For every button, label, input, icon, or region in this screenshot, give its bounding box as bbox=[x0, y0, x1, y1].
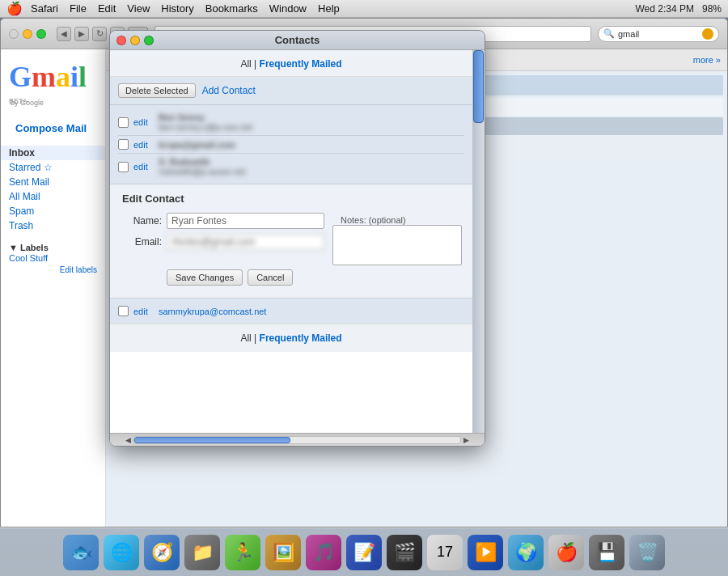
menu-file[interactable]: File bbox=[70, 2, 87, 15]
sidebar-item-inbox[interactable]: Inbox bbox=[1, 146, 105, 160]
dock-photos[interactable]: 🖼️ bbox=[265, 535, 301, 570]
cancel-button[interactable]: Cancel bbox=[248, 269, 293, 286]
dock-word[interactable]: 📝 bbox=[346, 535, 382, 570]
edit-contact-section: Edit Contact Name: Email: bbox=[110, 184, 472, 299]
dock-itunes[interactable]: 🎵 bbox=[306, 535, 341, 570]
menubar-items: Safari File Edit View History Bookmarks … bbox=[31, 2, 340, 15]
contact-edit-link-2[interactable]: edit bbox=[133, 140, 154, 150]
horizontal-scrollbar[interactable]: ◀ ▶ bbox=[110, 433, 485, 446]
apple-menu[interactable]: 🍎 bbox=[6, 1, 23, 16]
vertical-scrollbar[interactable] bbox=[472, 50, 485, 433]
dock-buddy[interactable]: 🏃 bbox=[225, 535, 260, 570]
modal-minimize-btn[interactable] bbox=[130, 36, 140, 45]
contact-name-1: Ben Senny bbox=[159, 112, 252, 122]
dock-finder[interactable]: 🐟 bbox=[63, 535, 99, 570]
hscroll-left-arrow[interactable]: ◀ bbox=[123, 436, 133, 444]
label-cool-stuff[interactable]: Cool Stuff bbox=[9, 252, 97, 264]
dock: 🐟 🌐 🧭 📁 🏃 🖼️ 🎵 📝 🎬 17 ▶️ 🌍 🍎 💾 🗑️ bbox=[0, 527, 728, 576]
edit-notes-group: Notes: (optional) bbox=[332, 213, 462, 265]
menu-edit[interactable]: Edit bbox=[98, 2, 116, 15]
modal-maximize-btn[interactable] bbox=[144, 36, 154, 45]
dock-ie[interactable]: 🌐 bbox=[104, 535, 139, 570]
contacts-modal: Contacts All | Frequently Mailed Delet bbox=[109, 30, 485, 447]
edit-email-row: Email: bbox=[122, 234, 324, 250]
sidebar-item-starred[interactable]: Starred ☆ bbox=[1, 160, 105, 175]
modal-body[interactable]: All | Frequently Mailed Delete Selected … bbox=[110, 50, 485, 433]
dock-ical[interactable]: 17 bbox=[427, 535, 463, 570]
modal-content: All | Frequently Mailed Delete Selected … bbox=[110, 50, 472, 400]
forward-button[interactable]: ▶ bbox=[74, 27, 89, 41]
save-changes-button[interactable]: Save Changes bbox=[167, 269, 243, 286]
contact-info-1: Ben Senny ben-senny.c@p-uso.net bbox=[159, 112, 252, 132]
reload-button[interactable]: ↻ bbox=[92, 27, 107, 41]
labels-section: ▼ Labels Cool Stuff Edit labels bbox=[1, 239, 105, 277]
menu-help[interactable]: Help bbox=[318, 2, 340, 15]
contact-name-3: S. Rodowith bbox=[159, 157, 246, 167]
add-contact-link[interactable]: Add Contact bbox=[202, 85, 256, 96]
contacts-frequently-link[interactable]: Frequently Mailed bbox=[260, 58, 342, 70]
sidebar-item-trash[interactable]: Trash bbox=[1, 218, 105, 233]
modal-controls bbox=[116, 36, 154, 45]
footer-frequently-link[interactable]: Frequently Mailed bbox=[260, 332, 342, 344]
menu-history[interactable]: History bbox=[161, 2, 193, 15]
dock-earthlink[interactable]: 🌍 bbox=[508, 535, 544, 570]
contact-name-2: krupa@gmail.com bbox=[159, 140, 235, 150]
search-status-icon bbox=[702, 28, 713, 40]
search-bar[interactable]: 🔍 bbox=[598, 26, 719, 42]
contacts-list-bottom: edit sammykrupa@comcast.net bbox=[110, 299, 472, 324]
contact-edit-link-b1[interactable]: edit bbox=[133, 307, 154, 316]
contacts-list: edit Ben Senny ben-senny.c@p-uso.net edi… bbox=[110, 105, 472, 184]
dock-imovie[interactable]: 🎬 bbox=[387, 535, 422, 570]
search-input[interactable] bbox=[618, 29, 699, 39]
contact-checkbox-1[interactable] bbox=[118, 117, 129, 128]
contact-checkbox-b1[interactable] bbox=[118, 306, 129, 316]
scrollbar-thumb[interactable] bbox=[473, 50, 484, 123]
sidebar-item-all[interactable]: All Mail bbox=[1, 189, 105, 204]
menu-view[interactable]: View bbox=[127, 2, 150, 15]
contact-checkbox-2[interactable] bbox=[118, 139, 129, 150]
menu-bookmarks[interactable]: Bookmarks bbox=[205, 2, 258, 15]
hscroll-right-arrow[interactable]: ▶ bbox=[461, 436, 472, 444]
contact-info-b1: sammykrupa@comcast.net bbox=[159, 307, 266, 316]
dock-safari[interactable]: 🧭 bbox=[144, 535, 180, 570]
search-icon: 🔍 bbox=[603, 28, 615, 39]
safari-maximize-btn[interactable] bbox=[36, 29, 46, 39]
edit-labels-link[interactable]: Edit labels bbox=[9, 265, 97, 274]
dock-chip[interactable]: 💾 bbox=[589, 535, 624, 570]
sidebar-item-spam[interactable]: Spam bbox=[1, 204, 105, 218]
edit-notes-textarea[interactable] bbox=[332, 225, 462, 265]
edit-email-input[interactable] bbox=[167, 234, 324, 250]
edit-name-input[interactable] bbox=[167, 213, 324, 229]
contact-checkbox-3[interactable] bbox=[118, 162, 129, 172]
edit-form-body: Name: Email: Notes: (optional) bbox=[122, 213, 460, 265]
menu-window[interactable]: Window bbox=[269, 2, 307, 15]
modal-close-btn[interactable] bbox=[116, 36, 126, 45]
edit-form-actions: Save Changes Cancel bbox=[122, 269, 460, 286]
back-button[interactable]: ◀ bbox=[57, 27, 71, 41]
menu-safari[interactable]: Safari bbox=[31, 2, 58, 15]
gmail-logo: GmailBETA by Google bbox=[1, 56, 105, 115]
contact-email-3: rodowith@p-auser.net bbox=[159, 167, 246, 176]
modal-title: Contacts bbox=[275, 34, 320, 46]
menubar-battery: 98% bbox=[702, 3, 722, 15]
contact-edit-link-1[interactable]: edit bbox=[133, 117, 154, 127]
edit-email-label: Email: bbox=[122, 234, 167, 248]
contacts-all-link[interactable]: All bbox=[240, 58, 251, 70]
dock-trash[interactable]: 🗑️ bbox=[629, 535, 665, 570]
contact-edit-link-3[interactable]: edit bbox=[133, 162, 154, 172]
footer-all-link[interactable]: All bbox=[240, 332, 251, 344]
contact-email-b1[interactable]: sammykrupa@comcast.net bbox=[159, 307, 266, 316]
modal-footer: All | Frequently Mailed bbox=[110, 324, 472, 352]
compose-button[interactable]: Compose Mail bbox=[9, 119, 93, 138]
safari-close-btn[interactable] bbox=[9, 29, 19, 39]
edit-contact-title: Edit Contact bbox=[122, 193, 460, 205]
sidebar-item-sent[interactable]: Sent Mail bbox=[1, 175, 105, 189]
more-link[interactable]: more » bbox=[693, 55, 721, 65]
dock-apple[interactable]: 🍎 bbox=[548, 535, 584, 570]
hscroll-thumb[interactable] bbox=[134, 437, 290, 443]
dock-folder[interactable]: 📁 bbox=[184, 535, 220, 570]
contact-row-3: edit S. Rodowith rodowith@p-auser.net bbox=[118, 154, 464, 180]
delete-selected-button[interactable]: Delete Selected bbox=[118, 83, 196, 98]
safari-minimize-btn[interactable] bbox=[23, 29, 32, 39]
dock-quicktime[interactable]: ▶️ bbox=[468, 535, 503, 570]
